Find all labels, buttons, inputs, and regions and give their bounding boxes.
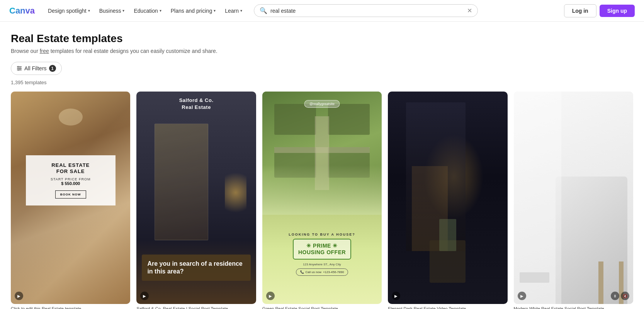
card3-looking-text: LOOKING TO BUY A HOUSE? [289, 233, 355, 236]
svg-point-5 [18, 70, 19, 71]
filter-bar: All Filters 1 [11, 62, 633, 75]
card2-header-line2: Real Estate [179, 104, 214, 111]
card3-call-box: 📞 Call us now +123-456-7890 [296, 268, 348, 276]
nav-label-education: Education [134, 8, 158, 14]
play-icon[interactable]: ▶ [15, 292, 23, 300]
card3-phone: +123-456-7890 [323, 270, 344, 274]
filter-count-badge: 1 [49, 65, 56, 72]
template-card-5[interactable]: ▶ ⏸ 🔇 [514, 92, 633, 304]
chevron-down-icon: ▾ [240, 8, 242, 13]
filter-label: All Filters [24, 65, 47, 71]
pause-icon[interactable]: ⏸ [611, 292, 619, 300]
template-card[interactable]: ▶ ⏸ 🔇 Modern White Real Estate Social Po… [514, 92, 633, 309]
card3-offer-line1: ✳ PRIME ✳ [298, 243, 346, 249]
nav-item-learn[interactable]: Learn ▾ [221, 5, 246, 16]
card1-price-value: $ 550.000 [31, 181, 110, 186]
card3-offer-line2: HOUSING OFFER [298, 249, 346, 256]
card1-label: Click to edit this Real Estate template [11, 306, 130, 309]
nav-menu: Design spotlight ▾ Business ▾ Education … [44, 5, 246, 16]
navigation: Canva Design spotlight ▾ Business ▾ Educ… [0, 0, 644, 22]
free-link[interactable]: free [40, 48, 49, 54]
template-card[interactable]: @reallygreatsite LOOKING TO BUY A HOUSE?… [262, 92, 382, 309]
card3-handle: @reallygreatsite [304, 100, 340, 108]
search-bar: 🔍 ✕ [254, 4, 478, 17]
card3-bottom-section: LOOKING TO BUY A HOUSE? ✳ PRIME ✳ HOUSIN… [262, 204, 382, 304]
chevron-down-icon: ▾ [214, 8, 216, 13]
page-subtitle: Browse our free templates for real estat… [11, 48, 633, 54]
nav-item-education[interactable]: Education ▾ [130, 5, 165, 16]
template-card-2[interactable]: Salford & Co. Real Estate Are you in sea… [136, 92, 256, 304]
chevron-down-icon: ▾ [122, 8, 124, 13]
card3-label: Green Real Estate Social Post Template [262, 306, 382, 309]
card2-body-text: Are you in search of a residence in this… [147, 260, 245, 275]
nav-item-business[interactable]: Business ▾ [95, 5, 129, 16]
card3-aerial-view [262, 92, 382, 215]
card3-call-label: Call us now [306, 270, 321, 274]
page-content: Real Estate templates Browse our free te… [0, 22, 644, 309]
card1-cta-button[interactable]: BOOK NOW [55, 190, 86, 199]
svg-point-3 [18, 66, 19, 68]
card2-label: Salford & Co. Real Estate | Social Post … [136, 306, 256, 309]
search-input[interactable] [270, 8, 464, 14]
page-title: Real Estate templates [11, 32, 633, 45]
template-card-1[interactable]: REAL ESTATE FOR SALE START PRICE FROM $ … [11, 92, 130, 304]
play-icon[interactable]: ▶ [266, 292, 275, 300]
template-card[interactable]: REAL ESTATE FOR SALE START PRICE FROM $ … [11, 92, 130, 309]
phone-icon: 📞 [300, 270, 304, 274]
card2-header: Salford & Co. Real Estate [179, 97, 214, 111]
card3-offer-box: ✳ PRIME ✳ HOUSING OFFER [293, 239, 351, 260]
template-card[interactable]: Salford & Co. Real Estate Are you in sea… [136, 92, 256, 309]
card1-price-label: START PRICE FROM [31, 177, 110, 181]
card5-video-controls: ⏸ 🔇 [611, 292, 629, 300]
mute-icon[interactable]: 🔇 [621, 292, 629, 300]
filter-icon [17, 66, 22, 71]
all-filters-button[interactable]: All Filters 1 [11, 62, 62, 75]
template-card[interactable]: ▶ Elegant Dark Real Estate Video Templat… [388, 92, 507, 309]
login-button[interactable]: Log in [564, 4, 596, 17]
card1-content-overlay: REAL ESTATE FOR SALE START PRICE FROM $ … [26, 155, 116, 205]
nav-label-design-spotlight: Design spotlight [48, 8, 87, 14]
nav-label-learn: Learn [225, 8, 239, 14]
chevron-down-icon: ▾ [88, 8, 90, 13]
card1-title: REAL ESTATE FOR SALE [31, 162, 110, 174]
card4-label: Elegant Dark Real Estate Video Template [388, 306, 507, 309]
search-icon: 🔍 [260, 7, 267, 14]
template-card-4[interactable]: ▶ [388, 92, 507, 304]
nav-label-plans-pricing: Plans and pricing [171, 8, 212, 14]
chevron-down-icon: ▾ [160, 8, 161, 13]
template-count: 1,395 templates [11, 80, 633, 85]
clear-search-icon[interactable]: ✕ [467, 7, 472, 14]
card5-label: Modern White Real Estate Social Post Tem… [514, 306, 633, 309]
nav-item-plans-pricing[interactable]: Plans and pricing ▾ [167, 5, 219, 16]
logo[interactable]: Canva [9, 6, 35, 16]
card2-header-line1: Salford & Co. [179, 97, 214, 104]
nav-item-design-spotlight[interactable]: Design spotlight ▾ [44, 5, 94, 16]
nav-right: Log in Sign up [564, 4, 635, 17]
template-grid: REAL ESTATE FOR SALE START PRICE FROM $ … [11, 92, 633, 309]
template-card-3[interactable]: @reallygreatsite LOOKING TO BUY A HOUSE?… [262, 92, 382, 304]
svg-point-4 [20, 68, 21, 69]
signup-button[interactable]: Sign up [600, 5, 635, 17]
card3-address: 123 Anywhere ST., Any City [303, 263, 341, 266]
play-icon[interactable]: ▶ [518, 292, 526, 300]
card2-text-box: Are you in search of a residence in this… [142, 255, 250, 281]
nav-label-business: Business [99, 8, 121, 14]
